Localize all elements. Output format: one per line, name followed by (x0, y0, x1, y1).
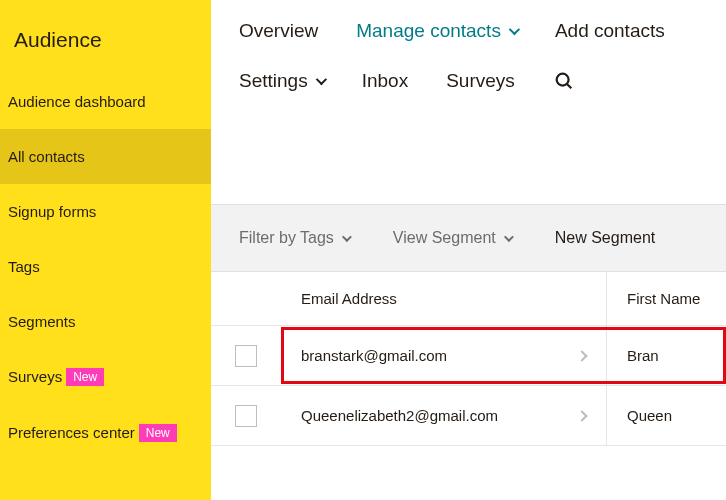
nav-settings[interactable]: Settings (239, 70, 324, 92)
new-badge: New (66, 368, 104, 386)
search-icon[interactable] (553, 70, 575, 92)
chevron-down-icon (504, 232, 514, 242)
sidebar-item-signup-forms[interactable]: Signup forms (0, 184, 211, 239)
sidebar-item-audience-dashboard[interactable]: Audience dashboard (0, 74, 211, 129)
chevron-down-icon (315, 74, 326, 85)
nav-item-label: Surveys (446, 70, 515, 92)
nav-inbox[interactable]: Inbox (362, 70, 408, 92)
view-segment-dropdown[interactable]: View Segment (393, 229, 511, 247)
column-header-first-name[interactable]: First Name (606, 272, 726, 325)
sidebar-item-label: Surveys (8, 368, 62, 385)
sidebar-item-label: Signup forms (8, 203, 96, 220)
sidebar-item-tags[interactable]: Tags (0, 239, 211, 294)
sidebar-item-label: Tags (8, 258, 40, 275)
cell-email: Queenelizabeth2@gmail.com (301, 407, 498, 424)
chevron-down-icon (342, 232, 352, 242)
svg-point-0 (556, 74, 568, 86)
nav-overview[interactable]: Overview (239, 20, 318, 42)
nav-item-label: Overview (239, 20, 318, 42)
table-toolbar: Filter by Tags View Segment New Segment (211, 204, 726, 272)
new-badge: New (139, 424, 177, 442)
new-segment-button[interactable]: New Segment (555, 229, 656, 247)
sidebar-item-surveys[interactable]: SurveysNew (0, 349, 211, 405)
top-nav: OverviewManage contactsAdd contacts Sett… (211, 0, 726, 92)
new-segment-label: New Segment (555, 229, 656, 247)
view-segment-label: View Segment (393, 229, 496, 247)
svg-line-1 (567, 84, 571, 88)
sidebar-item-preferences-center[interactable]: Preferences centerNew (0, 405, 211, 461)
sidebar-item-label: Segments (8, 313, 76, 330)
cell-email: branstark@gmail.com (301, 347, 447, 364)
sidebar-item-segments[interactable]: Segments (0, 294, 211, 349)
table-row[interactable]: branstark@gmail.comBran (211, 326, 726, 386)
chevron-down-icon (509, 24, 520, 35)
sidebar-item-label: Audience dashboard (8, 93, 146, 110)
chevron-right-icon (576, 350, 587, 361)
sidebar-item-label: All contacts (8, 148, 85, 165)
column-header-email[interactable]: Email Address (281, 290, 606, 307)
table-header-row: Email Address First Name (211, 272, 726, 326)
nav-add-contacts[interactable]: Add contacts (555, 20, 665, 42)
sidebar: Audience Audience dashboardAll contactsS… (0, 0, 211, 500)
nav-item-label: Settings (239, 70, 308, 92)
nav-item-label: Inbox (362, 70, 408, 92)
row-checkbox[interactable] (235, 405, 257, 427)
cell-first-name: Queen (627, 407, 672, 424)
filter-by-tags-dropdown[interactable]: Filter by Tags (239, 229, 349, 247)
nav-surveys[interactable]: Surveys (446, 70, 515, 92)
nav-item-label: Add contacts (555, 20, 665, 42)
row-checkbox[interactable] (235, 345, 257, 367)
nav-manage-contacts[interactable]: Manage contacts (356, 20, 517, 42)
sidebar-item-all-contacts[interactable]: All contacts (0, 129, 211, 184)
nav-item-label: Manage contacts (356, 20, 501, 42)
main-content: OverviewManage contactsAdd contacts Sett… (211, 0, 726, 500)
contacts-table: Email Address First Name branstark@gmail… (211, 272, 726, 446)
chevron-right-icon (576, 410, 587, 421)
table-row[interactable]: Queenelizabeth2@gmail.comQueen (211, 386, 726, 446)
sidebar-item-label: Preferences center (8, 424, 135, 441)
cell-first-name: Bran (627, 347, 659, 364)
sidebar-title: Audience (0, 0, 211, 74)
filter-by-tags-label: Filter by Tags (239, 229, 334, 247)
